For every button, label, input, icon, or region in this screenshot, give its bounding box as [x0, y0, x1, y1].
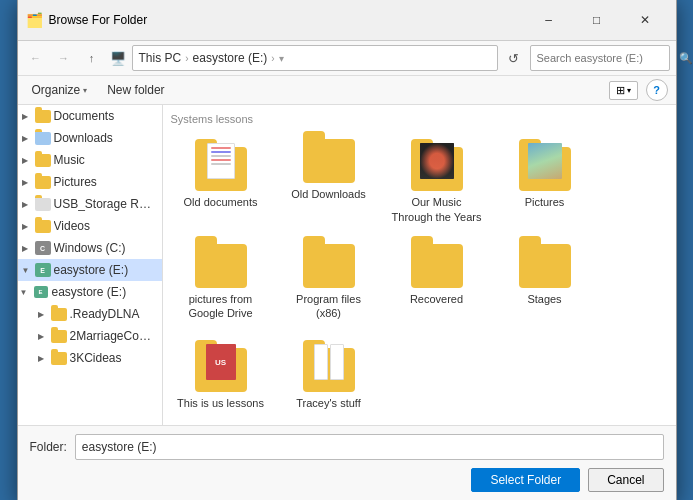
file-item-program-files[interactable]: Program files (x86) [279, 238, 379, 327]
folder-icon [51, 350, 67, 366]
page-sheet2 [330, 344, 344, 380]
plain-folder-icon2 [195, 244, 247, 288]
pc-icon: 🖥️ [110, 51, 126, 66]
file-item-traceys-stuff[interactable]: Tracey's stuff [279, 334, 379, 416]
file-label: Program files (x86) [283, 292, 375, 321]
sidebar-item-label: USB_Storage Rea... [54, 197, 158, 211]
img-crowd [420, 143, 454, 179]
organize-button[interactable]: Organize ▾ [26, 80, 94, 100]
pages-inside [314, 344, 344, 380]
expand-arrow: ▶ [22, 156, 32, 165]
sidebar-item-label: Downloads [54, 131, 113, 145]
folder-icon [51, 306, 67, 322]
sidebar-item-label: 2MarriageConfe... [70, 329, 158, 343]
sidebar-item-documents[interactable]: ▶ Documents [18, 105, 162, 127]
forward-button[interactable]: → [52, 46, 76, 70]
expand-arrow: ▶ [22, 178, 32, 187]
select-folder-button[interactable]: Select Folder [471, 468, 580, 492]
file-item-stages[interactable]: Stages [495, 238, 595, 327]
help-button[interactable]: ? [646, 79, 668, 101]
sidebar-item-label: easystore (E:) [52, 285, 127, 299]
breadcrumb-thispc[interactable]: This PC [139, 51, 182, 65]
doc-line [211, 147, 231, 149]
view-button[interactable]: ⊞ ▾ [609, 81, 638, 100]
file-label: Our Music Through the Years [391, 195, 483, 224]
expand-arrow: ▶ [22, 244, 32, 253]
expand-arrow: ▶ [22, 134, 32, 143]
file-label: pictures from Google Drive [175, 292, 267, 321]
folder-with-photo-icon [519, 139, 571, 191]
sidebar-item-videos[interactable]: ▶ Videos [18, 215, 162, 237]
file-item-recovered[interactable]: Recovered [387, 238, 487, 327]
maximize-button[interactable]: □ [574, 6, 620, 34]
back-button[interactable]: ← [24, 46, 48, 70]
file-item-pictures-google[interactable]: pictures from Google Drive [171, 238, 271, 327]
expand-arrow: ▼ [20, 288, 30, 297]
file-item-old-documents[interactable]: Old documents [171, 133, 271, 230]
partial-top-item: Systems lessons [171, 113, 668, 127]
close-button[interactable]: ✕ [622, 6, 668, 34]
toolbar: Organize ▾ New folder ⊞ ▾ ? [18, 76, 676, 105]
plain-folder-icon5 [519, 244, 571, 288]
sidebar-item-label: Pictures [54, 175, 97, 189]
expand-arrow: ▶ [38, 310, 48, 319]
sidebar-item-3kcideas[interactable]: ▶ 3KCideas [18, 347, 162, 369]
file-item-pictures[interactable]: Pictures [495, 133, 595, 230]
sidebar-item-downloads[interactable]: ▶ Downloads [18, 127, 162, 149]
bottom-area: Folder: Select Folder Cancel [18, 425, 676, 500]
sidebar: ▶ Documents ▶ Downloads ▶ Music ▶ Pictur… [18, 105, 163, 424]
sidebar-item-pictures[interactable]: ▶ Pictures [18, 171, 162, 193]
folder-with-pages-icon [303, 340, 355, 392]
folder-label: Folder: [30, 440, 67, 454]
expand-arrow: ▶ [22, 200, 32, 209]
cancel-button[interactable]: Cancel [588, 468, 663, 492]
new-folder-label: New folder [107, 83, 164, 97]
plain-folder-icon [303, 139, 355, 183]
plain-folder-icon3 [303, 244, 355, 288]
dialog-title: Browse For Folder [49, 13, 520, 27]
sidebar-item-label: Videos [54, 219, 90, 233]
up-button[interactable]: ↑ [80, 46, 104, 70]
doc-inside [207, 143, 235, 179]
photo-inside [528, 143, 562, 179]
sidebar-item-label: Windows (C:) [54, 241, 126, 255]
expand-arrow: ▶ [38, 332, 48, 341]
sidebar-item-readydlna[interactable]: ▶ .ReadyDLNA [18, 303, 162, 325]
folder-music-icon [35, 152, 51, 168]
expand-arrow: ▼ [22, 266, 32, 275]
help-icon: ? [653, 84, 660, 96]
folder-icon [51, 328, 67, 344]
breadcrumb-dropdown[interactable]: ▾ [279, 53, 284, 64]
minimize-button[interactable]: – [526, 6, 572, 34]
file-item-this-is-us[interactable]: US This is us lessons [171, 334, 271, 416]
button-row: Select Folder Cancel [30, 468, 664, 492]
file-item-old-downloads[interactable]: Old Downloads [279, 133, 379, 230]
sidebar-item-label: Music [54, 153, 85, 167]
folder-path-input[interactable] [75, 434, 664, 460]
files-grid: Old documents Old Downloads Our Music [171, 133, 668, 416]
new-folder-button[interactable]: New folder [101, 80, 170, 100]
doc-line-gray [211, 155, 231, 157]
easystore-drive2-icon: E [33, 284, 49, 300]
refresh-button[interactable]: ↺ [502, 46, 526, 70]
breadcrumb-easystore[interactable]: easystore (E:) [193, 51, 268, 65]
book-inside: US [206, 344, 236, 380]
sidebar-item-easystore-tree[interactable]: ▼ E easystore (E:) [18, 281, 162, 303]
sidebar-item-windows-c[interactable]: ▶ C Windows (C:) [18, 237, 162, 259]
sidebar-item-usb[interactable]: ▶ USB_Storage Rea... [18, 193, 162, 215]
address-bar: ← → ↑ 🖥️ This PC › easystore (E:) › ▾ ↺ … [18, 41, 676, 76]
dialog-icon: 🗂️ [26, 12, 43, 28]
view-icon: ⊞ [616, 84, 625, 97]
breadcrumb[interactable]: This PC › easystore (E:) › ▾ [132, 45, 498, 71]
file-label: This is us lessons [177, 396, 264, 410]
file-label: Stages [527, 292, 561, 306]
folder-with-book-icon: US [195, 340, 247, 392]
file-label: Recovered [410, 292, 463, 306]
search-input[interactable] [537, 52, 675, 64]
folder-down-icon [35, 130, 51, 146]
sidebar-item-easystore[interactable]: ▼ E easystore (E:) [18, 259, 162, 281]
sidebar-item-2marriage[interactable]: ▶ 2MarriageConfe... [18, 325, 162, 347]
file-item-our-music[interactable]: Our Music Through the Years [387, 133, 487, 230]
search-box[interactable]: 🔍 [530, 45, 670, 71]
sidebar-item-music[interactable]: ▶ Music [18, 149, 162, 171]
